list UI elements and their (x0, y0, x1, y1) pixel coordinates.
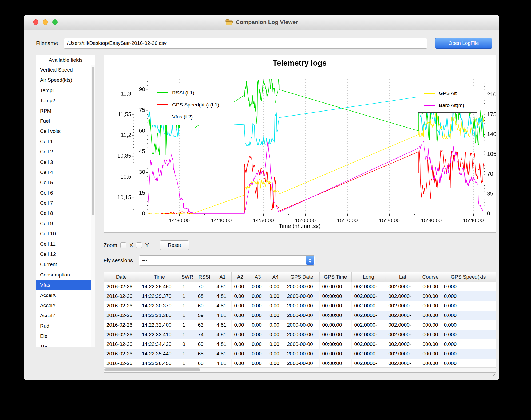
window-title-area: Companion Log Viewer (24, 15, 499, 30)
legend-entry: RSSI (L1) (151, 90, 234, 96)
field-item-cell-1[interactable]: Cell 1 (36, 137, 95, 147)
field-item-cell-8[interactable]: Cell 8 (36, 208, 95, 218)
zoom-x-checkbox[interactable] (120, 242, 126, 248)
zoom-y-checkbox[interactable] (136, 242, 142, 248)
field-item-air-speed-kts-[interactable]: Air Speed(kts) (36, 75, 95, 85)
table-cell: 2000-00-00 (284, 320, 319, 330)
field-item-cell-7[interactable]: Cell 7 (36, 198, 95, 208)
table-row[interactable]: 2016-02-2614:22:33.4101744.810.000.000.0… (104, 330, 496, 339)
column-header[interactable]: Long (351, 272, 386, 282)
field-item-vfas[interactable]: Vfas (36, 280, 95, 290)
table-cell: 002.0000- (351, 320, 386, 330)
fields-scrollbar-thumb[interactable] (92, 67, 94, 215)
fly-sessions-select[interactable]: --- (139, 255, 315, 266)
table-cell: 002.0000- (386, 301, 420, 311)
legend-entry: GPS Speed(kts) (L1) (151, 102, 234, 108)
table-cell: 0.00 (267, 320, 284, 330)
column-header[interactable]: Time (139, 272, 180, 282)
table-cell: 0.00 (249, 291, 267, 301)
table-row[interactable]: 2016-02-2614:22:31.3801594.810.000.000.0… (104, 311, 496, 320)
table-cell: 0.00 (267, 311, 284, 320)
table-cell: 0.000 (441, 311, 496, 320)
column-header[interactable]: A1 (214, 272, 231, 282)
field-item-temp1[interactable]: Temp1 (36, 85, 95, 96)
table-row[interactable]: 2016-02-2614:22:29.3701684.810.000.000.0… (104, 291, 496, 301)
column-header[interactable]: Course (420, 272, 441, 282)
table-row[interactable]: 2016-02-2614:22:28.4601704.810.000.000.0… (104, 282, 496, 292)
filename-label: Filename (36, 40, 58, 46)
column-header[interactable]: Date (104, 272, 139, 282)
field-item-fuel[interactable]: Fuel (36, 116, 95, 126)
field-item-cell-11[interactable]: Cell 11 (36, 239, 95, 249)
table-cell: 2016-02-26 (104, 339, 139, 349)
column-header[interactable]: GPS Speed(kts (441, 272, 496, 282)
field-item-accely[interactable]: AccelY (36, 300, 95, 311)
field-item-thr[interactable]: Thr (36, 342, 95, 347)
table-cell: 0.00 (231, 330, 249, 339)
telemetry-chart-canvas[interactable] (104, 55, 496, 232)
table-cell: 14:22:30.370 (139, 301, 180, 311)
field-item-cell-4[interactable]: Cell 4 (36, 167, 95, 177)
table-cell: 0.00 (249, 301, 267, 311)
table-cell: 0.00 (267, 339, 284, 349)
table-row[interactable]: 2016-02-2614:22:30.3701604.810.000.000.0… (104, 301, 496, 311)
chevron-up-icon (308, 258, 312, 260)
column-header[interactable]: A4 (267, 272, 284, 282)
reset-button[interactable]: Reset (160, 240, 189, 250)
fields-scrollbar[interactable] (91, 65, 95, 347)
field-item-cell-5[interactable]: Cell 5 (36, 177, 95, 188)
column-header[interactable]: A2 (231, 272, 249, 282)
table-cell: 002.0000- (386, 330, 420, 339)
field-item-cell-6[interactable]: Cell 6 (36, 188, 95, 198)
table-cell: 00:00:00 (319, 330, 351, 339)
field-item-vertical-speed[interactable]: Vertical Speed (36, 65, 95, 75)
field-item-cell-12[interactable]: Cell 12 (36, 249, 95, 259)
field-item-consumption[interactable]: Consumption (36, 270, 95, 280)
window-titlebar[interactable]: Companion Log Viewer (24, 15, 499, 30)
table-cell: 1 (180, 330, 195, 339)
table-cell: 2000-00-00 (284, 301, 319, 311)
column-header[interactable]: GPS Date (284, 272, 319, 282)
column-header[interactable]: SWR (180, 272, 195, 282)
table-cell: 4.81 (214, 339, 231, 349)
field-item-accelx[interactable]: AccelX (36, 290, 95, 300)
table-cell: 2016-02-26 (104, 320, 139, 330)
table-cell: 0 (180, 339, 195, 349)
table-horizontal-scrollbar[interactable] (104, 367, 496, 372)
field-item-accelz[interactable]: AccelZ (36, 311, 95, 321)
table-row[interactable]: 2016-02-2614:22:36.4501604.810.000.000.0… (104, 359, 496, 368)
field-item-current[interactable]: Current (36, 259, 95, 270)
table-cell: 4.81 (214, 291, 231, 301)
column-header[interactable]: RSSI (195, 272, 214, 282)
column-header[interactable]: GPS Time (319, 272, 351, 282)
zoom-x-label: X (129, 242, 133, 248)
column-header[interactable]: A3 (249, 272, 267, 282)
table-cell: 60 (195, 301, 214, 311)
table-cell: 0.00 (231, 359, 249, 368)
table-cell: 0.000 (441, 359, 496, 368)
field-item-rpm[interactable]: RPM (36, 106, 95, 116)
table-scrollbar-thumb[interactable] (104, 368, 200, 371)
field-item-temp2[interactable]: Temp2 (36, 96, 95, 106)
table-row[interactable]: 2016-02-2614:22:35.4401684.810.000.000.0… (104, 349, 496, 359)
legend-line-sample (424, 105, 435, 106)
field-item-cell-10[interactable]: Cell 10 (36, 229, 95, 239)
field-item-cell-volts[interactable]: Cell volts (36, 126, 95, 136)
table-cell: 14:22:29.370 (139, 291, 180, 301)
open-logfile-button[interactable]: Open LogFile (435, 38, 492, 49)
table-row[interactable]: 2016-02-2614:22:34.4200694.810.000.000.0… (104, 339, 496, 349)
field-item-cell-9[interactable]: Cell 9 (36, 219, 95, 229)
chart-x-axis-label: Time (hh:mm:ss) (104, 223, 496, 229)
table-cell: 000.00 (420, 291, 441, 301)
table-cell: 002.0000- (386, 282, 420, 292)
filename-input[interactable] (64, 38, 427, 49)
table-row[interactable]: 2016-02-2614:22:32.4001634.810.000.000.0… (104, 320, 496, 330)
field-item-cell-3[interactable]: Cell 3 (36, 157, 95, 167)
field-item-rud[interactable]: Rud (36, 321, 95, 331)
table-cell: 14:22:34.420 (139, 339, 180, 349)
field-item-cell-2[interactable]: Cell 2 (36, 147, 95, 157)
column-header[interactable]: Lat (386, 272, 420, 282)
table-cell: 2000-00-00 (284, 311, 319, 320)
field-item-ele[interactable]: Ele (36, 331, 95, 341)
resize-grip[interactable] (493, 374, 497, 379)
